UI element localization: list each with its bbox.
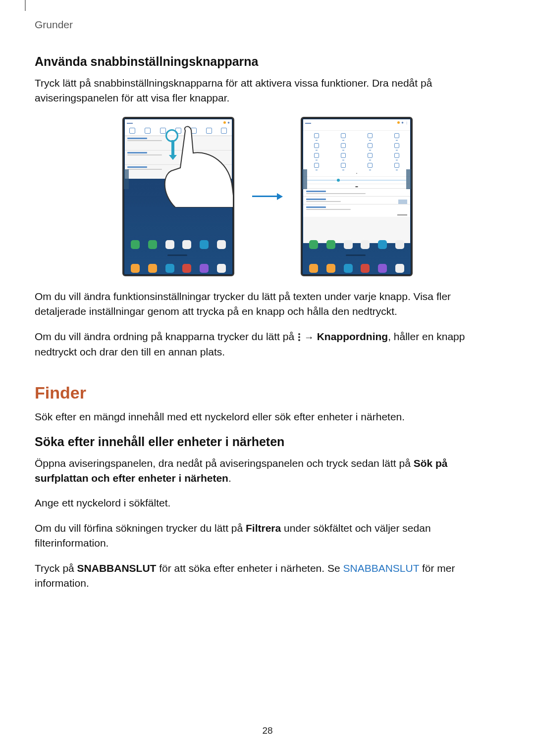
section1-paragraph3: Om du vill ändra ordning på knapparna tr… — [35, 329, 500, 359]
chapter-header: Grunder — [35, 19, 500, 31]
device-before: ▬▬ ✸ — [122, 117, 234, 276]
snabbanslut-link[interactable]: SNABBANSLUT — [343, 562, 419, 574]
section2-paragraph4: Tryck på SNABBANSLUT för att söka efter … — [35, 561, 500, 591]
text-run: för att söka efter enheter i närheten. S… — [156, 562, 343, 574]
section2-heading: Söka efter innehåll eller enheter i närh… — [35, 435, 500, 449]
finder-intro: Sök efter en mängd innehåll med ett nyck… — [35, 409, 500, 424]
section2-paragraph2: Ange ett nyckelord i sökfältet. — [35, 496, 500, 510]
text-run: Tryck på — [35, 562, 77, 574]
bold-label: Filtrera — [246, 522, 281, 534]
text-run: Om du vill förfina sökningen trycker du … — [35, 522, 246, 534]
device-after: ▬▬ ✸⋮ ▬ ▬ ▬ ▬ ▬ ▬ ▬ — [301, 117, 413, 276]
text-run: Öppna aviseringspanelen, dra nedåt på av… — [35, 457, 414, 469]
page-number: 28 — [0, 725, 535, 736]
text-run: Om du vill ändra ordning på knapparna tr… — [35, 331, 297, 342]
text-run: . — [228, 472, 231, 484]
arrow-right-icon — [252, 193, 283, 200]
bold-label: SNABBANSLUT — [77, 562, 157, 574]
bold-label: Knappordning — [317, 331, 388, 342]
section1-heading: Använda snabbinställningsknapparna — [35, 54, 500, 69]
section2-paragraph3: Om du vill förfina sökningen trycker du … — [35, 521, 500, 551]
finder-heading: Finder — [35, 383, 500, 403]
section1-paragraph2: Om du vill ändra funktionsinställningar … — [35, 289, 500, 319]
figure-row: ▬▬ ✸ — [35, 117, 500, 276]
arrow-inline-icon: → — [304, 330, 314, 345]
section2-paragraph1: Öppna aviseringspanelen, dra nedåt på av… — [35, 456, 500, 486]
section1-paragraph1: Tryck lätt på snabbinställningsknapparna… — [35, 76, 500, 106]
more-options-icon — [298, 333, 300, 341]
